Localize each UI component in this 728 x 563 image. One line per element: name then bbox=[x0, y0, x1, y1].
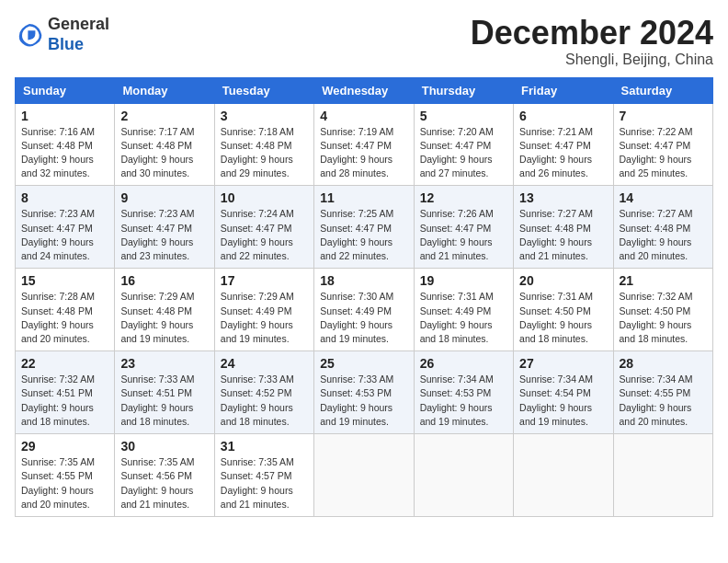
day-info: Sunrise: 7:34 AM Sunset: 4:54 PM Dayligh… bbox=[519, 373, 607, 429]
calendar-day-cell: 31Sunrise: 7:35 AM Sunset: 4:57 PM Dayli… bbox=[214, 434, 313, 517]
day-number: 9 bbox=[120, 190, 208, 205]
day-number: 24 bbox=[221, 356, 308, 371]
day-info: Sunrise: 7:22 AM Sunset: 4:47 PM Dayligh… bbox=[620, 125, 707, 181]
day-info: Sunrise: 7:31 AM Sunset: 4:50 PM Dayligh… bbox=[519, 290, 607, 346]
calendar-day-cell: 7Sunrise: 7:22 AM Sunset: 4:47 PM Daylig… bbox=[613, 103, 712, 186]
day-info: Sunrise: 7:35 AM Sunset: 4:55 PM Dayligh… bbox=[21, 455, 108, 511]
calendar-week-row: 15Sunrise: 7:28 AM Sunset: 4:48 PM Dayli… bbox=[16, 269, 713, 351]
day-info: Sunrise: 7:27 AM Sunset: 4:48 PM Dayligh… bbox=[519, 207, 607, 263]
day-number: 23 bbox=[120, 356, 208, 371]
day-number: 29 bbox=[21, 439, 108, 454]
day-number: 20 bbox=[519, 273, 607, 288]
day-info: Sunrise: 7:25 AM Sunset: 4:47 PM Dayligh… bbox=[320, 207, 407, 263]
calendar-day-cell bbox=[514, 434, 613, 517]
day-info: Sunrise: 7:35 AM Sunset: 4:56 PM Dayligh… bbox=[120, 455, 208, 511]
calendar-day-cell: 26Sunrise: 7:34 AM Sunset: 4:53 PM Dayli… bbox=[414, 351, 513, 434]
calendar-day-cell: 16Sunrise: 7:29 AM Sunset: 4:48 PM Dayli… bbox=[115, 269, 214, 351]
calendar-week-row: 22Sunrise: 7:32 AM Sunset: 4:51 PM Dayli… bbox=[16, 351, 713, 434]
day-number: 10 bbox=[221, 190, 308, 205]
page-header: General Blue December 2024 Shengli, Beij… bbox=[15, 15, 713, 68]
day-number: 1 bbox=[21, 109, 108, 123]
calendar-day-cell: 18Sunrise: 7:30 AM Sunset: 4:49 PM Dayli… bbox=[314, 269, 414, 351]
calendar-day-cell: 30Sunrise: 7:35 AM Sunset: 4:56 PM Dayli… bbox=[115, 434, 214, 517]
day-of-week-header: Tuesday bbox=[214, 77, 313, 103]
calendar-day-cell bbox=[613, 434, 712, 517]
day-info: Sunrise: 7:33 AM Sunset: 4:52 PM Dayligh… bbox=[221, 373, 308, 429]
calendar-day-cell: 22Sunrise: 7:32 AM Sunset: 4:51 PM Dayli… bbox=[16, 351, 115, 434]
day-number: 14 bbox=[620, 190, 707, 205]
day-info: Sunrise: 7:16 AM Sunset: 4:48 PM Dayligh… bbox=[21, 125, 108, 181]
day-info: Sunrise: 7:19 AM Sunset: 4:47 PM Dayligh… bbox=[320, 125, 407, 181]
calendar-week-row: 29Sunrise: 7:35 AM Sunset: 4:55 PM Dayli… bbox=[16, 434, 713, 517]
day-info: Sunrise: 7:29 AM Sunset: 4:48 PM Dayligh… bbox=[120, 290, 208, 346]
day-info: Sunrise: 7:32 AM Sunset: 4:50 PM Dayligh… bbox=[620, 290, 707, 346]
day-of-week-header: Wednesday bbox=[314, 77, 414, 103]
day-number: 4 bbox=[320, 109, 407, 123]
day-info: Sunrise: 7:31 AM Sunset: 4:49 PM Dayligh… bbox=[420, 290, 507, 346]
day-info: Sunrise: 7:35 AM Sunset: 4:57 PM Dayligh… bbox=[221, 455, 308, 511]
calendar-day-cell: 3Sunrise: 7:18 AM Sunset: 4:48 PM Daylig… bbox=[214, 103, 313, 186]
day-number: 6 bbox=[519, 109, 607, 123]
day-of-week-header: Saturday bbox=[613, 77, 712, 103]
calendar-day-cell bbox=[414, 434, 513, 517]
day-number: 25 bbox=[320, 356, 407, 371]
day-info: Sunrise: 7:34 AM Sunset: 4:55 PM Dayligh… bbox=[620, 373, 707, 429]
day-number: 21 bbox=[620, 273, 707, 288]
day-info: Sunrise: 7:26 AM Sunset: 4:47 PM Dayligh… bbox=[420, 207, 507, 263]
calendar-week-row: 1Sunrise: 7:16 AM Sunset: 4:48 PM Daylig… bbox=[16, 103, 713, 186]
calendar-table: SundayMondayTuesdayWednesdayThursdayFrid… bbox=[15, 77, 713, 517]
calendar-day-cell: 23Sunrise: 7:33 AM Sunset: 4:51 PM Dayli… bbox=[115, 351, 214, 434]
day-info: Sunrise: 7:34 AM Sunset: 4:53 PM Dayligh… bbox=[420, 373, 507, 429]
title-block: December 2024 Shengli, Beijing, China bbox=[471, 15, 713, 68]
day-of-week-header: Monday bbox=[115, 77, 214, 103]
day-info: Sunrise: 7:18 AM Sunset: 4:48 PM Dayligh… bbox=[221, 125, 308, 181]
day-of-week-header: Sunday bbox=[16, 77, 115, 103]
calendar-week-row: 8Sunrise: 7:23 AM Sunset: 4:47 PM Daylig… bbox=[16, 186, 713, 269]
day-number: 30 bbox=[120, 439, 208, 454]
day-number: 7 bbox=[620, 109, 707, 123]
calendar-day-cell: 21Sunrise: 7:32 AM Sunset: 4:50 PM Dayli… bbox=[613, 269, 712, 351]
day-number: 17 bbox=[221, 273, 308, 288]
day-number: 31 bbox=[221, 439, 308, 454]
location-subtitle: Shengli, Beijing, China bbox=[471, 52, 713, 68]
calendar-day-cell: 29Sunrise: 7:35 AM Sunset: 4:55 PM Dayli… bbox=[16, 434, 115, 517]
calendar-day-cell: 14Sunrise: 7:27 AM Sunset: 4:48 PM Dayli… bbox=[613, 186, 712, 269]
calendar-day-cell bbox=[314, 434, 414, 517]
calendar-day-cell: 8Sunrise: 7:23 AM Sunset: 4:47 PM Daylig… bbox=[16, 186, 115, 269]
month-year-title: December 2024 bbox=[471, 15, 713, 52]
calendar-day-cell: 2Sunrise: 7:17 AM Sunset: 4:48 PM Daylig… bbox=[115, 103, 214, 186]
day-info: Sunrise: 7:23 AM Sunset: 4:47 PM Dayligh… bbox=[120, 207, 208, 263]
day-number: 13 bbox=[519, 190, 607, 205]
calendar-day-cell: 10Sunrise: 7:24 AM Sunset: 4:47 PM Dayli… bbox=[214, 186, 313, 269]
calendar-day-cell: 1Sunrise: 7:16 AM Sunset: 4:48 PM Daylig… bbox=[16, 103, 115, 186]
day-number: 28 bbox=[620, 356, 707, 371]
calendar-day-cell: 20Sunrise: 7:31 AM Sunset: 4:50 PM Dayli… bbox=[514, 269, 613, 351]
day-number: 11 bbox=[320, 190, 407, 205]
calendar-day-cell: 27Sunrise: 7:34 AM Sunset: 4:54 PM Dayli… bbox=[514, 351, 613, 434]
calendar-header-row: SundayMondayTuesdayWednesdayThursdayFrid… bbox=[16, 77, 713, 103]
day-info: Sunrise: 7:23 AM Sunset: 4:47 PM Dayligh… bbox=[21, 207, 108, 263]
day-number: 19 bbox=[420, 273, 507, 288]
day-of-week-header: Friday bbox=[514, 77, 613, 103]
day-info: Sunrise: 7:20 AM Sunset: 4:47 PM Dayligh… bbox=[420, 125, 507, 181]
calendar-day-cell: 11Sunrise: 7:25 AM Sunset: 4:47 PM Dayli… bbox=[314, 186, 414, 269]
calendar-day-cell: 12Sunrise: 7:26 AM Sunset: 4:47 PM Dayli… bbox=[414, 186, 513, 269]
day-info: Sunrise: 7:33 AM Sunset: 4:51 PM Dayligh… bbox=[120, 373, 208, 429]
logo-text: General Blue bbox=[48, 15, 109, 54]
day-number: 3 bbox=[221, 109, 308, 123]
calendar-day-cell: 4Sunrise: 7:19 AM Sunset: 4:47 PM Daylig… bbox=[314, 103, 414, 186]
day-number: 12 bbox=[420, 190, 507, 205]
logo: General Blue bbox=[15, 15, 109, 54]
day-info: Sunrise: 7:28 AM Sunset: 4:48 PM Dayligh… bbox=[21, 290, 108, 346]
day-info: Sunrise: 7:21 AM Sunset: 4:47 PM Dayligh… bbox=[519, 125, 607, 181]
day-number: 18 bbox=[320, 273, 407, 288]
day-info: Sunrise: 7:17 AM Sunset: 4:48 PM Dayligh… bbox=[120, 125, 208, 181]
calendar-day-cell: 19Sunrise: 7:31 AM Sunset: 4:49 PM Dayli… bbox=[414, 269, 513, 351]
day-number: 2 bbox=[120, 109, 208, 123]
day-number: 26 bbox=[420, 356, 507, 371]
day-number: 27 bbox=[519, 356, 607, 371]
day-number: 8 bbox=[21, 190, 108, 205]
calendar-day-cell: 13Sunrise: 7:27 AM Sunset: 4:48 PM Dayli… bbox=[514, 186, 613, 269]
day-info: Sunrise: 7:24 AM Sunset: 4:47 PM Dayligh… bbox=[221, 207, 308, 263]
calendar-day-cell: 24Sunrise: 7:33 AM Sunset: 4:52 PM Dayli… bbox=[214, 351, 313, 434]
